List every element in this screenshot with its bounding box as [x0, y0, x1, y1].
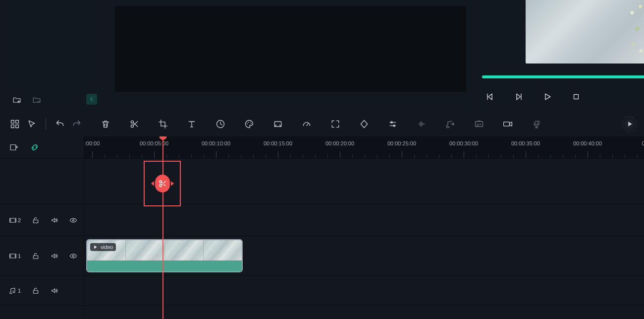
- track-headers: 2 1 1: [0, 136, 84, 319]
- svg-rect-19: [10, 218, 16, 222]
- delete-icon[interactable]: [98, 116, 113, 132]
- redo-icon: [69, 116, 85, 132]
- time-ruler[interactable]: :00:0000:00:05:0000:00:10:0000:00:15:000…: [84, 136, 644, 159]
- svg-rect-25: [33, 290, 38, 293]
- keyframe-icon[interactable]: [356, 116, 372, 132]
- remove-folder-icon[interactable]: [32, 95, 42, 105]
- apps-icon[interactable]: [7, 116, 23, 132]
- voiceover-icon: [529, 116, 544, 132]
- ruler-label: 00:00:25:00: [387, 140, 416, 146]
- unlock-icon[interactable]: [31, 286, 41, 296]
- ruler-label: 00:00:10:00: [202, 140, 230, 146]
- track-lane-v2[interactable]: [84, 204, 644, 236]
- collapse-sidebar-button[interactable]: [86, 94, 97, 105]
- preview-pane: [477, 0, 644, 112]
- ruler-label: 00:00:20:00: [325, 140, 354, 146]
- track-head-v1[interactable]: 1: [0, 236, 84, 276]
- trim-right-icon[interactable]: [171, 181, 174, 186]
- speedometer-icon[interactable]: [299, 116, 315, 132]
- media-pane: [0, 0, 473, 112]
- ruler-header: [0, 136, 84, 159]
- svg-point-9: [248, 122, 249, 123]
- undo-icon[interactable]: [52, 116, 68, 132]
- scissors-icon[interactable]: [126, 116, 142, 132]
- svg-point-8: [247, 123, 248, 124]
- text-icon[interactable]: [184, 116, 200, 132]
- svg-rect-2: [16, 121, 19, 124]
- media-content: [108, 0, 473, 112]
- svg-point-10: [250, 122, 251, 123]
- visibility-icon[interactable]: [68, 251, 78, 261]
- unlock-icon[interactable]: [31, 215, 41, 225]
- svg-rect-4: [16, 125, 19, 128]
- timeline: 2 1 1 :00:0000:00:05:0000:00:10:0000:: [0, 136, 644, 319]
- ruler-label: 00:00:15:00: [264, 140, 292, 146]
- track-lane-blank[interactable]: [84, 159, 644, 204]
- visibility-icon[interactable]: [68, 215, 78, 225]
- crop-icon[interactable]: [155, 116, 171, 132]
- play-button[interactable]: [539, 89, 555, 105]
- mute-icon[interactable]: [50, 286, 59, 296]
- ruler-label: 00:00:05:00: [140, 140, 168, 146]
- tracks-area[interactable]: :00:0000:00:05:0000:00:10:0000:00:15:000…: [84, 136, 644, 319]
- subtitle-icon: [471, 116, 487, 132]
- ruler-label: 00:00:: [642, 140, 644, 146]
- color-icon[interactable]: [241, 116, 257, 132]
- svg-rect-1: [11, 121, 14, 124]
- options-icon[interactable]: [622, 117, 637, 131]
- stop-button[interactable]: [568, 89, 584, 105]
- adjust-icon[interactable]: [385, 116, 401, 132]
- clip-badge: video: [90, 243, 116, 251]
- select-icon[interactable]: [24, 116, 40, 132]
- record-screen-icon[interactable]: [500, 116, 516, 132]
- next-frame-button[interactable]: [511, 89, 527, 105]
- video-track-icon: 2: [9, 216, 22, 224]
- track-number: 1: [18, 288, 21, 294]
- ruler-label: 00:00:40:00: [573, 140, 602, 146]
- top-area: [0, 0, 644, 112]
- timeline-toolbar: [0, 112, 644, 136]
- svg-rect-15: [476, 122, 483, 127]
- preview-controls: [482, 89, 639, 105]
- svg-point-24: [72, 255, 74, 256]
- track-head-a1[interactable]: 1: [0, 276, 84, 306]
- svg-rect-3: [11, 125, 14, 128]
- ruler-label: 00:00:30:00: [449, 140, 478, 146]
- track-number: 1: [18, 253, 21, 259]
- clip-audio-wave: [87, 260, 242, 271]
- add-track-icon[interactable]: [9, 142, 19, 152]
- track-lane-v1[interactable]: video: [84, 236, 644, 276]
- mute-icon[interactable]: [50, 215, 59, 225]
- playhead[interactable]: [162, 136, 163, 319]
- audio-track-icon: 1: [9, 287, 22, 295]
- fit-icon[interactable]: [327, 116, 343, 132]
- svg-rect-18: [10, 145, 16, 150]
- trim-left-icon[interactable]: [151, 181, 154, 186]
- new-folder-icon[interactable]: [12, 95, 22, 105]
- audio-detach-icon: [442, 116, 458, 132]
- svg-point-21: [72, 219, 74, 221]
- svg-point-17: [535, 121, 538, 125]
- prev-frame-button[interactable]: [482, 89, 498, 105]
- speed-icon[interactable]: [213, 116, 228, 132]
- track-number: 2: [18, 217, 21, 223]
- track-lane-a1[interactable]: [84, 276, 644, 306]
- freeze-icon[interactable]: [270, 116, 286, 132]
- ruler-label: :00:00: [85, 140, 100, 146]
- track-head-v2[interactable]: 2: [0, 204, 84, 236]
- clip-label: video: [101, 244, 113, 250]
- unlock-icon[interactable]: [31, 251, 41, 261]
- audio-edit-icon: [414, 116, 429, 132]
- video-track-icon: 1: [9, 252, 22, 260]
- track-lane-empty[interactable]: [84, 306, 644, 319]
- video-clip[interactable]: video: [86, 239, 243, 272]
- preview-video[interactable]: [526, 0, 644, 64]
- link-icon[interactable]: [30, 142, 40, 152]
- svg-point-11: [251, 123, 252, 124]
- mute-icon[interactable]: [50, 251, 59, 261]
- track-head-blank: [0, 159, 84, 204]
- preview-progress[interactable]: [482, 75, 644, 78]
- svg-rect-0: [574, 95, 579, 99]
- media-sidebar: [5, 0, 104, 112]
- svg-rect-20: [33, 220, 38, 223]
